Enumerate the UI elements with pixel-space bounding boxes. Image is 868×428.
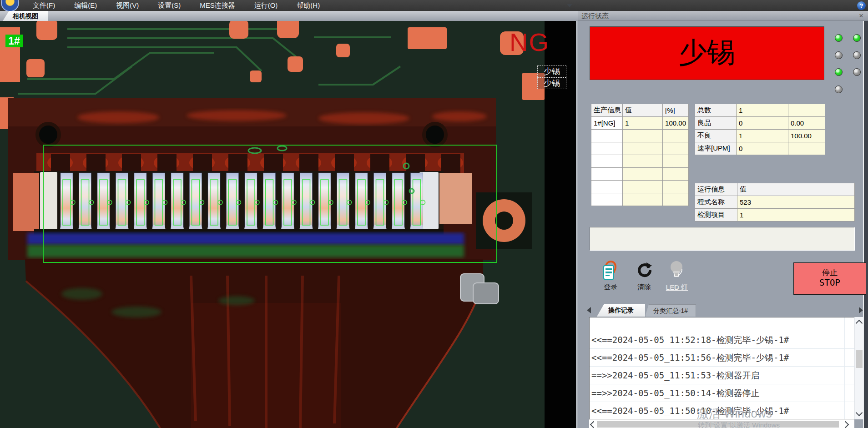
clear-button[interactable]: 清除 (630, 260, 659, 296)
status-lamp (835, 34, 843, 42)
windows-activation-watermark-sub: 转到“设置”以激活 Windows (698, 421, 780, 428)
stop-button[interactable]: 停止 STOP (793, 262, 866, 295)
defect-tag: 少锡 (537, 65, 566, 77)
message-box (590, 227, 855, 251)
menu-help[interactable]: 帮助(H) (290, 0, 326, 11)
status-lamp (835, 86, 843, 93)
stop-label-cn: 停止 (794, 268, 866, 277)
status-lamp (853, 34, 861, 42)
window-edge (863, 21, 868, 428)
app-logo-icon (1, 0, 19, 11)
scroll-right-icon[interactable] (842, 421, 849, 428)
clear-label: 清除 (630, 283, 659, 292)
pcb-image (0, 21, 576, 428)
login-button[interactable]: 登录 (596, 260, 625, 296)
tab-operation-log[interactable]: 操作记录 (597, 304, 645, 317)
log-entry: <<==2024-05-05_11:51:56-检测完毕-少锡-1# (590, 349, 854, 367)
camera-index-badge: 1# (5, 35, 23, 47)
tab-scroll-right-icon[interactable] (859, 307, 863, 313)
scroll-left-icon[interactable] (590, 421, 597, 428)
stop-label-en: STOP (794, 277, 866, 287)
table-row (591, 155, 689, 168)
menu-items: 文件(F) 编辑(E) 视图(V) 设置(S) MES连接器 运行(O) 帮助(… (26, 0, 333, 11)
table-row: 1#[NG]1100.00 (591, 117, 689, 130)
clear-refresh-icon (635, 260, 653, 281)
table-row (591, 168, 689, 181)
tab-classification-summary[interactable]: 分类汇总-1# (645, 304, 696, 317)
status-panel: 少锡 生产信息 值 [%] 1#[NG]1100.00 (578, 21, 868, 428)
menu-bar: 文件(F) 编辑(E) 视图(V) 设置(S) MES连接器 运行(O) 帮助(… (0, 0, 868, 11)
inspection-result-text: NG (510, 27, 550, 57)
table-header-row: 生产信息 值 [%] (591, 104, 689, 117)
led-bulb-icon (668, 260, 685, 281)
tab-camera-view[interactable]: 相机视图 (3, 11, 48, 21)
led-label: LED 灯 (662, 283, 691, 292)
windows-activation-watermark: 激活 Windows (697, 406, 772, 422)
scroll-up-icon[interactable] (856, 320, 863, 327)
operation-log-list[interactable]: <<==2024-05-05_11:52:18-检测完毕-少锡-1# <<==2… (589, 317, 854, 419)
close-icon[interactable]: × (859, 11, 863, 21)
log-entry: ==>>2024-05-05_11:51:53-检测器开启 (590, 367, 854, 384)
login-label: 登录 (596, 283, 625, 292)
table-row (591, 142, 689, 155)
menu-view[interactable]: 视图(V) (110, 0, 145, 11)
table-row: 总数1 (695, 104, 825, 117)
log-entry: ==>>2024-05-05_11:50:14-检测器停止 (590, 384, 854, 402)
status-lamp (853, 51, 861, 59)
log-tab-bar: 操作记录 分类汇总-1# (586, 304, 864, 317)
id-badge-icon (602, 260, 619, 281)
scrollbar-thumb[interactable] (856, 350, 863, 368)
tab-dropdown-icon[interactable] (567, 4, 572, 7)
camera-tab-bar: 相机视图 (0, 11, 578, 21)
tab-scroll-left-icon[interactable] (587, 307, 591, 313)
table-header-row: 运行信息值 (695, 183, 855, 196)
menu-run[interactable]: 运行(O) (248, 0, 284, 11)
table-row: 程式名称523 (695, 196, 855, 209)
menu-file[interactable]: 文件(F) (26, 0, 61, 11)
camera-viewport[interactable]: 1# NG 少锡 少锡 (0, 21, 576, 428)
led-light-button[interactable]: LED 灯 (662, 260, 691, 296)
table-row (591, 130, 689, 142)
table-row (591, 193, 689, 206)
status-lamp (853, 68, 861, 76)
table-row: 不良1100.00 (695, 130, 825, 142)
menu-mes-connector[interactable]: MES连接器 (193, 0, 242, 11)
status-panel-titlebar: 运行状态 × (578, 11, 868, 21)
help-icon[interactable]: ? (857, 1, 866, 10)
defect-banner: 少锡 (590, 26, 824, 80)
log-vertical-scrollbar[interactable] (854, 317, 863, 419)
scroll-down-icon[interactable] (856, 409, 863, 417)
table-row: 检测项目1 (695, 209, 855, 222)
menu-edit[interactable]: 编辑(E) (68, 0, 103, 11)
run-info-table: 运行信息值 程式名称523 检测项目1 (695, 183, 855, 222)
log-entry: <<==2024-05-05_11:52:18-检测完毕-少锡-1# (590, 331, 854, 349)
status-lamp (835, 51, 843, 59)
status-lamp (835, 68, 843, 76)
table-row (591, 181, 689, 193)
status-panel-title: 运行状态 (581, 12, 609, 20)
menu-settings[interactable]: 设置(S) (151, 0, 187, 11)
defect-tag: 少锡 (537, 77, 566, 89)
summary-table: 总数1 良品00.00 不良1100.00 速率[UPM]0 (695, 104, 825, 155)
table-row: 良品00.00 (695, 117, 825, 130)
table-row: 速率[UPM]0 (695, 142, 825, 155)
production-table: 生产信息 值 [%] 1#[NG]1100.00 (591, 104, 689, 206)
